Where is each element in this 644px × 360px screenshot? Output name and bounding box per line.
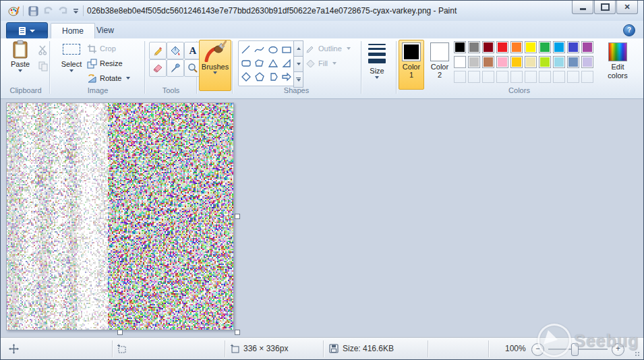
image-size-text: 336 × 336px bbox=[243, 338, 288, 360]
palette-swatch[interactable] bbox=[553, 41, 565, 53]
shape-line-icon[interactable] bbox=[240, 43, 253, 57]
shape-pentagon-icon[interactable] bbox=[254, 70, 266, 84]
palette-swatch[interactable] bbox=[567, 41, 579, 53]
minimize-button[interactable] bbox=[572, 1, 593, 14]
fill-dropdown-icon bbox=[332, 62, 336, 65]
window-resize-grip[interactable] bbox=[635, 351, 641, 357]
resize-button[interactable]: Resize bbox=[87, 57, 123, 70]
copy-button[interactable] bbox=[34, 57, 52, 75]
paste-button[interactable]: Paste bbox=[6, 40, 34, 88]
palette-swatch-empty[interactable] bbox=[496, 71, 508, 83]
undo-icon[interactable] bbox=[40, 4, 55, 18]
selection-size-icon bbox=[117, 344, 127, 356]
palette-swatch[interactable] bbox=[482, 41, 494, 53]
palette-swatch[interactable] bbox=[510, 56, 523, 68]
paint-window: 026b38e8eb0e4f505dc5601246143e7e77bbd263… bbox=[0, 0, 644, 360]
ribbon: Paste Clipboard Select bbox=[1, 38, 643, 99]
pencil-tool-button[interactable] bbox=[149, 42, 167, 59]
canvas-resize-handle-corner[interactable] bbox=[235, 330, 240, 335]
shape-polygon-icon[interactable] bbox=[254, 57, 266, 70]
palette-swatch[interactable] bbox=[454, 56, 466, 68]
rotate-icon bbox=[87, 73, 97, 84]
palette-swatch[interactable] bbox=[468, 41, 480, 53]
shape-arrow-right-icon[interactable] bbox=[281, 70, 293, 84]
outline-button[interactable]: Outline bbox=[305, 42, 351, 55]
canvas-resize-handle-bottom[interactable] bbox=[117, 330, 123, 335]
canvas-resize-handle-right[interactable] bbox=[235, 214, 240, 219]
palette-swatch-empty[interactable] bbox=[539, 71, 551, 83]
save-icon[interactable] bbox=[26, 4, 40, 18]
redo-icon[interactable] bbox=[55, 4, 70, 18]
brushes-button[interactable]: Brushes bbox=[199, 40, 231, 91]
zoom-in-button[interactable]: + bbox=[612, 343, 624, 356]
color-picker-tool-button[interactable] bbox=[167, 59, 184, 77]
paint-app-icon[interactable] bbox=[6, 4, 21, 18]
palette-swatch[interactable] bbox=[496, 41, 508, 53]
zoom-out-button[interactable]: − bbox=[531, 343, 544, 356]
zoom-slider-thumb[interactable] bbox=[571, 343, 579, 356]
close-button[interactable]: ✕ bbox=[616, 1, 638, 14]
palette-swatch-empty[interactable] bbox=[468, 71, 480, 83]
outline-pencil-icon bbox=[305, 44, 316, 54]
shape-rounded-rectangle-icon[interactable] bbox=[240, 57, 253, 70]
shape-triangle-icon[interactable] bbox=[267, 57, 280, 70]
text-tool-icon: A bbox=[189, 45, 197, 57]
image-group-label: Image bbox=[51, 86, 145, 96]
palette-swatch[interactable] bbox=[539, 56, 551, 68]
palette-swatch[interactable] bbox=[567, 56, 579, 68]
palette-swatch[interactable] bbox=[525, 41, 537, 53]
palette-swatch[interactable] bbox=[510, 41, 523, 53]
palette-swatch[interactable] bbox=[581, 56, 593, 68]
palette-swatch-empty[interactable] bbox=[567, 71, 579, 83]
palette-swatch-empty[interactable] bbox=[581, 71, 593, 83]
shapes-scroll bbox=[293, 40, 302, 87]
app-menu-button[interactable] bbox=[6, 22, 48, 39]
minimize-icon bbox=[580, 8, 586, 10]
palette-swatch[interactable] bbox=[482, 56, 494, 68]
tab-view[interactable]: View bbox=[86, 23, 125, 38]
rotate-button[interactable]: Rotate bbox=[87, 71, 130, 85]
color2-button[interactable]: Color 2 bbox=[427, 40, 452, 90]
edit-colors-icon bbox=[608, 42, 627, 61]
drawing-canvas[interactable] bbox=[7, 103, 233, 330]
palette-swatch-empty[interactable] bbox=[553, 71, 565, 83]
palette-swatch-empty[interactable] bbox=[454, 71, 466, 83]
shape-right-triangle-icon[interactable] bbox=[281, 57, 293, 70]
help-icon[interactable]: ? bbox=[623, 24, 635, 36]
shape-diamond-icon[interactable] bbox=[240, 70, 253, 84]
pencil-icon bbox=[152, 45, 163, 56]
image-size-icon bbox=[230, 344, 240, 356]
color1-button[interactable]: Color 1 bbox=[399, 40, 424, 90]
shapes-scroll-up-button[interactable] bbox=[293, 40, 303, 57]
crop-button[interactable]: Crop bbox=[87, 42, 116, 55]
qat-customize-icon[interactable] bbox=[70, 4, 81, 18]
edit-colors-button[interactable]: Edit colors bbox=[597, 40, 639, 90]
palette-swatch-empty[interactable] bbox=[482, 71, 494, 83]
palette-swatch[interactable] bbox=[468, 56, 480, 68]
cut-button[interactable] bbox=[34, 41, 52, 59]
palette-swatch[interactable] bbox=[525, 56, 537, 68]
shape-rectangle-icon[interactable] bbox=[281, 43, 293, 57]
select-button[interactable]: Select bbox=[57, 40, 86, 88]
shapes-more-button[interactable] bbox=[293, 71, 303, 88]
fill-button[interactable]: Fill bbox=[305, 57, 336, 70]
shape-oval-icon[interactable] bbox=[267, 43, 280, 57]
size-button[interactable]: Size bbox=[363, 40, 390, 88]
palette-swatch[interactable] bbox=[496, 56, 508, 68]
maximize-button[interactable] bbox=[594, 1, 616, 14]
palette-swatch-empty[interactable] bbox=[525, 71, 537, 83]
palette-swatch[interactable] bbox=[553, 56, 565, 68]
palette-swatch[interactable] bbox=[581, 41, 593, 53]
fill-tool-button[interactable] bbox=[167, 42, 184, 59]
paste-dropdown-icon bbox=[18, 69, 22, 72]
shape-hexagon-icon[interactable] bbox=[267, 70, 280, 84]
eraser-tool-button[interactable] bbox=[149, 59, 167, 77]
arrow-up-icon bbox=[297, 47, 301, 50]
size-dropdown-icon bbox=[375, 76, 379, 79]
palette-swatch-empty[interactable] bbox=[510, 71, 523, 83]
shape-curve-icon[interactable] bbox=[254, 43, 266, 57]
qat-separator bbox=[23, 5, 24, 16]
palette-swatch[interactable] bbox=[454, 41, 466, 53]
shapes-scroll-down-button[interactable] bbox=[293, 56, 303, 72]
palette-swatch[interactable] bbox=[539, 41, 551, 53]
